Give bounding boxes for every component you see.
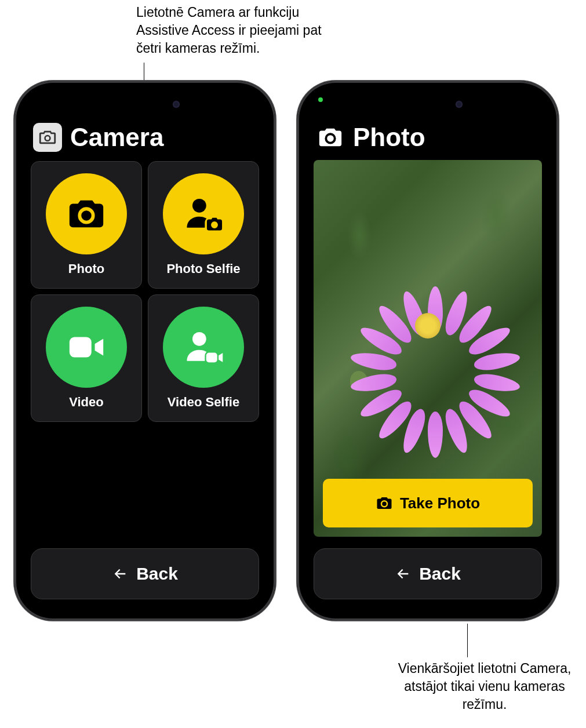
back-label: Back: [419, 564, 461, 584]
take-photo-button[interactable]: Take Photo: [323, 479, 533, 527]
page-title: Photo: [353, 123, 425, 152]
video-icon: [66, 327, 107, 367]
arrow-left-icon: [395, 566, 411, 582]
tile-label: Video: [69, 395, 104, 410]
svg-point-7: [382, 502, 387, 507]
camera-icon: [376, 494, 393, 512]
front-camera-dot: [173, 101, 180, 108]
camera-icon: [38, 128, 57, 147]
phone-left: Camera Photo: [14, 81, 275, 620]
svg-point-1: [192, 199, 206, 213]
tile-label: Video Selfie: [168, 395, 239, 410]
person-video-icon: [181, 325, 225, 369]
dynamic-island: [104, 94, 185, 115]
camera-app-icon: [33, 123, 62, 152]
back-bar: Back: [23, 543, 267, 612]
front-camera-dot: [456, 101, 463, 108]
dynamic-island: [387, 94, 468, 115]
tile-photo[interactable]: Photo: [31, 161, 142, 289]
take-photo-label: Take Photo: [400, 494, 480, 512]
video-selfie-icon-circle: [163, 307, 244, 388]
back-bar: Back: [305, 543, 550, 612]
tile-label: Photo Selfie: [166, 261, 240, 276]
svg-point-0: [81, 210, 92, 221]
callout-bottom: Vienkāršojiet lietotni Camera, atstājot …: [398, 660, 572, 714]
mode-grid: Photo Photo Selfie: [23, 158, 267, 425]
back-label: Back: [136, 564, 178, 584]
svg-rect-5: [206, 353, 217, 363]
phone-right: Photo: [297, 81, 558, 620]
person-camera-icon: [181, 192, 225, 236]
back-button[interactable]: Back: [314, 548, 542, 599]
svg-point-4: [192, 332, 206, 346]
svg-rect-3: [70, 337, 92, 358]
callout-top: Lietotnē Camera ar funkciju Assistive Ac…: [136, 3, 333, 57]
camera-icon: [317, 124, 344, 151]
back-button[interactable]: Back: [31, 548, 259, 599]
svg-point-6: [327, 135, 334, 142]
tile-video[interactable]: Video: [31, 294, 142, 422]
page-title: Camera: [70, 123, 163, 152]
video-icon-circle: [46, 307, 127, 388]
tile-label: Photo: [68, 261, 104, 276]
camera-header-icon: [316, 123, 345, 152]
screen-camera-modes: Camera Photo: [23, 89, 267, 612]
camera-icon: [66, 194, 107, 234]
camera-active-indicator: [318, 97, 323, 102]
photo-selfie-icon-circle: [163, 173, 244, 254]
arrow-left-icon: [112, 566, 128, 582]
callout-line-bottom: [467, 624, 468, 657]
tile-photo-selfie[interactable]: Photo Selfie: [148, 161, 259, 289]
svg-point-2: [213, 223, 216, 227]
photo-icon-circle: [46, 173, 127, 254]
camera-viewfinder[interactable]: Take Photo: [314, 160, 542, 537]
tile-video-selfie[interactable]: Video Selfie: [148, 294, 259, 422]
screen-photo-mode: Photo: [305, 89, 550, 612]
